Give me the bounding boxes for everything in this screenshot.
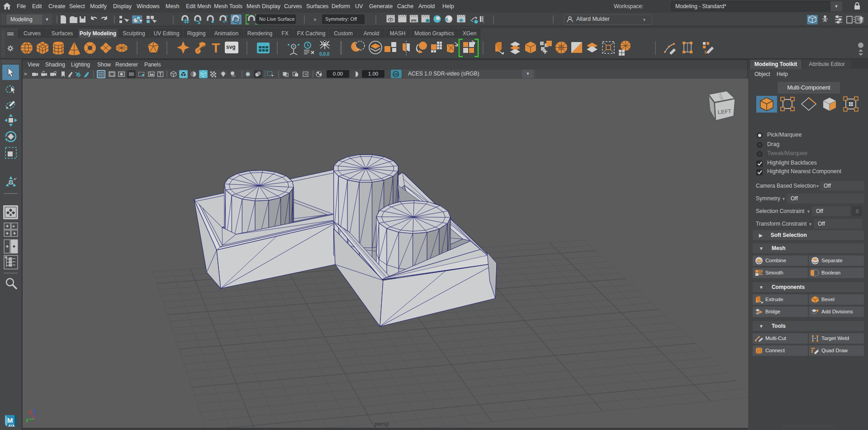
svg-text:z: z [33,407,36,413]
svg-text:0,0,0: 0,0,0 [319,52,330,57]
svg-text:AYA: AYA [8,424,15,428]
svg-text:T: T [159,72,162,77]
svg-text:persp: persp [375,421,389,427]
svg-text:IPR: IPR [411,19,417,23]
svg-text:x: x [28,409,32,414]
svg-text:M: M [7,416,13,424]
svg-text:T: T [212,40,220,55]
svg-text:y: y [26,417,29,422]
svg-text:LEFT: LEFT [717,108,732,116]
svg-text:ON: ON [394,72,399,76]
